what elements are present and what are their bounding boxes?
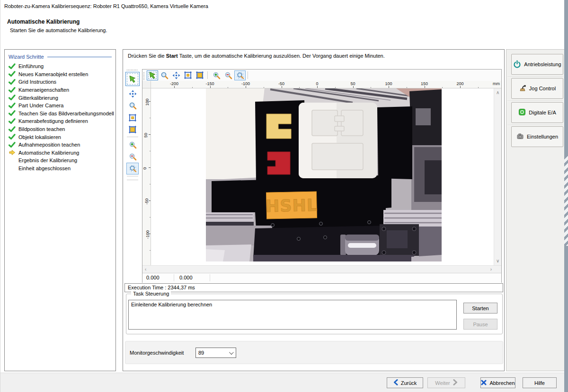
ruler-tick-label: 150 (421, 81, 428, 86)
wizard-step[interactable]: Aufnahmeposition teachen (5, 141, 115, 149)
image-viewer: -200-150-100-50050100150200mm 100500-50-… (142, 69, 502, 283)
pan-tool-button[interactable] (170, 70, 182, 80)
cancel-button[interactable]: Abbrechen (480, 377, 515, 388)
zoom-out-button[interactable] (126, 151, 139, 163)
help-button[interactable]: Hilfe (523, 377, 557, 388)
wizard-step[interactable]: Part Under Camera (5, 102, 115, 110)
scroll-down-icon[interactable]: ∨ (496, 259, 499, 263)
region-large-tool-button[interactable] (126, 123, 139, 135)
region-large-tool-button[interactable] (194, 70, 205, 80)
ruler-tick (210, 86, 211, 88)
execution-time-bar: Execution Time : 2344,37 ms (124, 283, 503, 292)
check-icon (9, 142, 16, 148)
ruler-tick-label: -50 (278, 81, 284, 86)
digital-io-button[interactable]: Digitale E/A (511, 102, 563, 123)
ruler-minor-tick (150, 118, 151, 118)
scroll-up-icon[interactable]: ∧ (496, 90, 499, 95)
wizard-step[interactable]: Gitterkalibrierung (5, 94, 115, 102)
blank-icon (9, 157, 16, 164)
start-button[interactable]: Starten (463, 303, 497, 314)
ruler-minor-tick (335, 87, 336, 88)
ruler-corner (142, 81, 151, 88)
instruction-bold: Start (166, 53, 178, 59)
toolbar-separator (127, 137, 138, 138)
zoom-tool-button[interactable] (159, 70, 170, 80)
wizard-step[interactable]: Ergebnis der Kalibrierung (5, 157, 115, 165)
wizard-step[interactable]: Kamerabefestigung definieren (5, 117, 115, 125)
ruler-tick-label: 200 (456, 81, 463, 86)
chevron-right-icon (453, 379, 458, 386)
wizard-step[interactable]: Objekt lokalisieren (5, 133, 115, 141)
scroll-left-icon[interactable]: ‹ (145, 267, 146, 272)
zoom-in-button[interactable] (126, 139, 139, 151)
back-button[interactable]: Zurück (387, 377, 423, 388)
pan-tool-button[interactable] (126, 88, 139, 100)
zoom-out-button[interactable] (222, 70, 234, 80)
instruction-suffix: Taste, um die automatische Kalibrierung … (178, 53, 385, 59)
check-icon (9, 63, 16, 70)
horizontal-ruler: -200-150-100-50050100150200mm (151, 81, 501, 88)
wizard-step-label: Part Under Camera (18, 103, 63, 108)
check-icon (9, 71, 16, 77)
ruler-minor-tick (150, 184, 151, 184)
toolbar-grip[interactable] (127, 70, 138, 70)
toolbar-grip[interactable] (143, 72, 144, 80)
drive-power-button[interactable]: Antriebsleistung (511, 54, 563, 75)
region-small-tool-button[interactable] (182, 70, 194, 80)
ruler-tick (317, 86, 318, 88)
window-edge-scrollbar[interactable] (564, 0, 568, 392)
ruler-tick (149, 234, 151, 234)
monitor-speed-row: Monitorgeschwindigkeit 89 (125, 341, 503, 364)
wizard-step-label: Objekt lokalisieren (18, 134, 61, 140)
settings-button[interactable]: Einstellungen (511, 126, 563, 147)
vertical-scrollbar[interactable]: ∧ ∨ (494, 88, 501, 265)
ruler-tick (425, 86, 425, 88)
divider (507, 125, 563, 126)
check-icon (9, 118, 16, 124)
vertical-toolbar (124, 69, 141, 182)
wizard-step[interactable]: Neues Kameraobjekt erstellen (5, 70, 115, 78)
digital-io-label: Digitale E/A (529, 110, 556, 115)
camera-image: HSHL (206, 88, 442, 261)
close-icon (481, 380, 487, 386)
horizontal-toolbar (142, 70, 501, 81)
zoom-tool-button[interactable] (126, 100, 139, 112)
zoom-fit-button[interactable] (234, 70, 246, 80)
wizard-step[interactable]: Automatische Kalibrierung (5, 149, 115, 157)
select-tool-button[interactable] (125, 72, 140, 86)
ruler-tick (149, 167, 151, 168)
wizard-step-label: Teachen Sie das Bildverarbeitungsmodell (18, 111, 114, 116)
ruler-minor-tick (407, 87, 407, 88)
wizard-step-label: Aufnahmeposition teachen (18, 142, 80, 148)
help-label: Hilfe (534, 380, 545, 386)
chevron-left-icon (393, 379, 398, 386)
scroll-right-icon[interactable]: › (490, 267, 492, 272)
wizard-step[interactable]: Einführung (5, 62, 115, 70)
ruler-minor-tick (478, 87, 479, 88)
divider (507, 77, 563, 78)
wizard-step-label: Einheit abgeschlossen (18, 166, 71, 171)
zoom-in-button[interactable] (211, 70, 222, 80)
horizontal-scrollbar[interactable]: ‹ › (142, 265, 501, 273)
region-small-tool-button[interactable] (126, 112, 139, 123)
wizard-step[interactable]: Grid Instructions (5, 78, 115, 86)
current-step-arrow-icon (9, 149, 16, 156)
digital-io-icon (518, 108, 526, 117)
monitor-speed-select[interactable]: 89 (195, 348, 236, 358)
wizard-step-label: Automatische Kalibrierung (18, 150, 79, 156)
chevron-down-icon (229, 350, 234, 355)
ruler-minor-tick (442, 87, 443, 88)
toolbar-separator (127, 176, 138, 177)
jog-control-button[interactable]: Jog Control (511, 78, 563, 99)
wizard-step[interactable]: Bildposition teachen (5, 125, 115, 133)
page-title: Automatische Kalibrierung (7, 18, 80, 25)
wizard-step[interactable]: Einheit abgeschlossen (5, 165, 115, 173)
ruler-minor-tick (299, 87, 300, 88)
instruction-text: Drücken Sie die Start Taste, um die auto… (128, 53, 385, 59)
wizard-step[interactable]: Kameraeigenschaften (5, 86, 115, 94)
wizard-window: Roboter-zu-Kamera Kalibriersequenz: Robo… (0, 0, 568, 392)
select-tool-button[interactable] (147, 70, 158, 80)
zoom-fit-button[interactable] (126, 163, 139, 174)
wizard-step[interactable]: Teachen Sie das Bildverarbeitungsmodell (5, 110, 115, 118)
camera-view-canvas[interactable]: HSHL (151, 88, 494, 265)
